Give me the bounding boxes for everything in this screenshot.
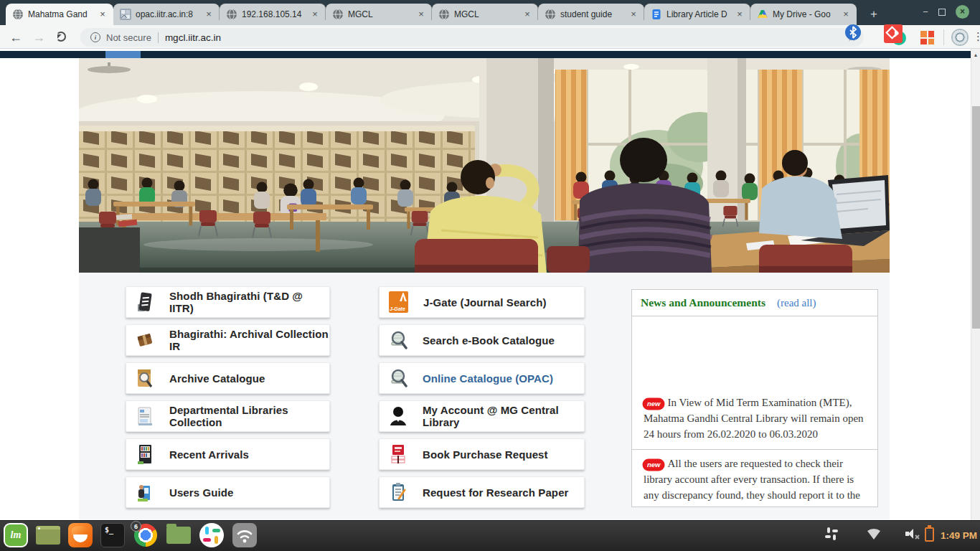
link-archive-catalogue[interactable]: Archive Catalogue xyxy=(126,362,330,394)
tab-library-article[interactable]: Library Article D × xyxy=(644,4,750,25)
toolbar-divider xyxy=(943,29,944,45)
tab-close-icon[interactable]: × xyxy=(840,9,852,20)
link-book-purchase-request[interactable]: Book Purchase Request xyxy=(379,438,585,470)
info-icon[interactable]: i xyxy=(90,32,100,42)
read-all-link[interactable]: (read all) xyxy=(777,297,816,309)
tab-my-drive[interactable]: My Drive - Goo × xyxy=(750,4,857,25)
tab-close-icon[interactable]: × xyxy=(522,9,533,20)
show-desktop-button[interactable] xyxy=(36,526,60,545)
link-ebook-catalogue[interactable]: Search e-Book Catalogue xyxy=(379,324,585,356)
google-docs-favicon xyxy=(651,9,662,20)
link-my-account[interactable]: My Account @ MG Central Library xyxy=(379,400,585,432)
tab-title: MGCL xyxy=(454,9,517,19)
tab-title: MGCL xyxy=(348,9,411,19)
new-badge: new xyxy=(644,399,664,409)
wifi-glyph xyxy=(232,523,257,547)
tab-close-icon[interactable]: × xyxy=(309,9,321,20)
bookshelf-icon xyxy=(136,443,154,465)
back-button[interactable]: ← xyxy=(7,30,24,45)
terminal-icon[interactable]: $_ xyxy=(100,523,125,547)
link-label: Departmental Libraries Collection xyxy=(169,404,329,428)
scrollbar-thumb[interactable] xyxy=(972,106,980,329)
tab-opac[interactable]: opac.iitr.ac.in:8 × xyxy=(113,4,220,25)
tab-mgcl-2[interactable]: MGCL × xyxy=(432,4,538,25)
site-nav-active-item[interactable] xyxy=(105,51,141,58)
chrome-notification-badge: 6 xyxy=(131,521,141,532)
bluetooth-icon[interactable] xyxy=(845,24,861,40)
network-app-icon[interactable] xyxy=(232,523,257,547)
tab-close-icon[interactable]: × xyxy=(628,9,639,20)
browser-tab-strip: Mahatma Gand × opac.iitr.ac.in:8 × 192.1… xyxy=(0,0,980,25)
google-drive-favicon xyxy=(757,9,768,20)
link-users-guide[interactable]: Users Guide xyxy=(126,476,330,508)
url-separator xyxy=(158,32,159,43)
clock[interactable]: 1:49 PM xyxy=(937,520,977,551)
link-research-paper-request[interactable]: Request for Research Paper xyxy=(379,476,585,508)
link-departmental-libraries[interactable]: Departmental Libraries Collection xyxy=(126,400,330,432)
tab-close-icon[interactable]: × xyxy=(203,9,215,20)
site-nav-bar xyxy=(0,51,971,58)
link-jgate[interactable]: J-Gate J-Gate (Journal Search) xyxy=(379,286,585,318)
link-label: Users Guide xyxy=(169,486,233,499)
tab-ip-address[interactable]: 192.168.105.14 × xyxy=(220,4,326,25)
tab-list: Mahatma Gand × opac.iitr.ac.in:8 × 192.1… xyxy=(6,4,857,25)
slack-tray-icon[interactable] xyxy=(824,526,839,542)
tab-close-icon[interactable]: × xyxy=(415,9,427,20)
forward-button[interactable]: → xyxy=(30,30,47,45)
volume-muted-icon[interactable] xyxy=(904,526,921,542)
picture-favicon xyxy=(120,9,131,20)
window-close-button[interactable]: × xyxy=(956,5,969,19)
news-title: News and Announcements xyxy=(641,296,765,309)
link-recent-arrivals[interactable]: Recent Arrivals xyxy=(126,438,330,470)
tab-title: student guide xyxy=(560,9,623,19)
books-magnifier-icon xyxy=(389,329,407,351)
network-tray-icon[interactable] xyxy=(865,526,882,542)
slack-icon[interactable] xyxy=(199,523,224,547)
tab-mgcl-1[interactable]: MGCL × xyxy=(326,4,432,25)
link-label: Search e-Book Catalogue xyxy=(423,334,555,347)
address-bar[interactable]: i Not secure mgcl.iitr.ac.in ☆ xyxy=(80,28,864,47)
link-label: Bhagirathi: Archival Collection IR xyxy=(169,328,329,352)
new-tab-button[interactable]: + xyxy=(864,6,883,23)
guide-kiosk-icon xyxy=(136,481,154,503)
link-bhagirathi-archival[interactable]: Bhagirathi: Archival Collection IR xyxy=(126,324,330,356)
extension-grid-icon[interactable] xyxy=(920,31,934,44)
profile-avatar[interactable] xyxy=(951,29,969,46)
jgate-logo-icon: J-Gate xyxy=(389,291,408,313)
news-text: In View of Mid Term Examination (MTE), M… xyxy=(644,397,864,440)
link-shodh-bhagirathi[interactable]: Shodh Bhagirathi (T&D @ IITR) xyxy=(126,286,330,318)
link-label: Archive Catalogue xyxy=(169,372,265,385)
menu-button[interactable]: lm xyxy=(4,523,28,547)
link-online-catalogue-opac[interactable]: Online Catalogue (OPAC) xyxy=(379,362,585,394)
tab-title: Mahatma Gand xyxy=(28,9,93,19)
security-label: Not secure xyxy=(106,32,151,43)
globe-favicon xyxy=(226,9,237,20)
globe-favicon xyxy=(332,9,344,20)
window-maximize-button[interactable] xyxy=(938,9,946,16)
tab-student-guide[interactable]: student guide × xyxy=(538,4,644,25)
anydesk-icon[interactable] xyxy=(884,24,903,43)
tab-close-icon[interactable]: × xyxy=(734,9,745,20)
window-minimize-button[interactable]: − xyxy=(920,6,931,17)
link-label: My Account @ MG Central Library xyxy=(423,404,584,428)
tab-mahatma-gandhi-library[interactable]: Mahatma Gand × xyxy=(6,4,113,25)
tab-title: 192.168.105.14 xyxy=(242,9,305,19)
url-text: mgcl.iitr.ac.in xyxy=(165,32,847,43)
thesis-book-icon xyxy=(136,291,154,313)
tab-close-icon[interactable]: × xyxy=(97,9,108,20)
page-scrollbar[interactable]: ▲ xyxy=(971,49,980,520)
news-item: newIn View of Mid Term Examination (MTE)… xyxy=(632,316,877,450)
firefox-icon[interactable] xyxy=(68,523,93,547)
globe-favicon xyxy=(438,9,450,20)
files-icon[interactable] xyxy=(166,527,191,544)
folder-magnifier-icon xyxy=(136,367,154,389)
battery-icon[interactable] xyxy=(925,527,934,542)
news-panel: News and Announcements (read all) newIn … xyxy=(631,289,878,507)
link-label: Recent Arrivals xyxy=(169,448,249,461)
tab-title: My Drive - Goo xyxy=(773,9,836,19)
new-badge: new xyxy=(644,460,664,470)
news-item: newAll the users are requested to check … xyxy=(632,450,877,507)
refresh-button[interactable] xyxy=(56,32,66,42)
browser-menu-icon[interactable]: ⋮ xyxy=(973,30,980,43)
scroll-up-arrow[interactable]: ▲ xyxy=(971,49,980,57)
